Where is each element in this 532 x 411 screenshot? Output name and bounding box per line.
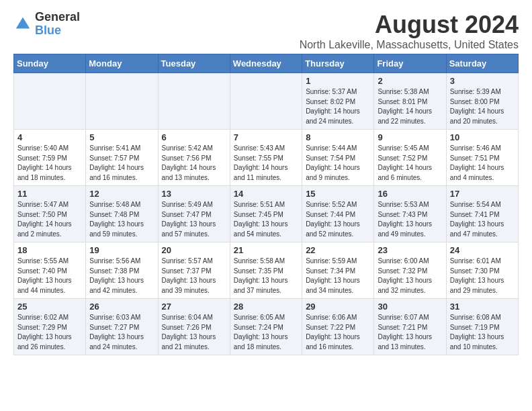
- cell-content: Sunrise: 5:44 AM Sunset: 7:54 PM Dayligh…: [306, 144, 370, 183]
- weekday-header-tuesday: Tuesday: [158, 54, 230, 73]
- calendar-cell: 23Sunrise: 6:00 AM Sunset: 7:32 PM Dayli…: [374, 242, 446, 299]
- day-number: 29: [306, 302, 370, 312]
- calendar-cell: 5Sunrise: 5:41 AM Sunset: 7:57 PM Daylig…: [86, 130, 158, 186]
- calendar-cell: 26Sunrise: 6:03 AM Sunset: 7:27 PM Dayli…: [86, 299, 158, 355]
- calendar-cell: 30Sunrise: 6:07 AM Sunset: 7:21 PM Dayli…: [374, 299, 446, 355]
- day-number: 6: [162, 132, 226, 142]
- calendar-week-5: 25Sunrise: 6:02 AM Sunset: 7:29 PM Dayli…: [14, 299, 519, 355]
- cell-content: Sunrise: 5:48 AM Sunset: 7:48 PM Dayligh…: [89, 200, 154, 239]
- calendar-cell: 31Sunrise: 6:08 AM Sunset: 7:19 PM Dayli…: [446, 299, 518, 355]
- day-number: 30: [378, 302, 442, 312]
- cell-content: Sunrise: 6:02 AM Sunset: 7:29 PM Dayligh…: [17, 313, 82, 352]
- cell-content: Sunrise: 5:57 AM Sunset: 7:37 PM Dayligh…: [162, 257, 226, 295]
- calendar-cell: 22Sunrise: 5:59 AM Sunset: 7:34 PM Dayli…: [302, 242, 374, 299]
- cell-content: Sunrise: 5:45 AM Sunset: 7:52 PM Dayligh…: [378, 144, 442, 183]
- calendar-cell: 28Sunrise: 6:05 AM Sunset: 7:24 PM Dayli…: [230, 299, 302, 355]
- calendar-cell: 21Sunrise: 5:58 AM Sunset: 7:35 PM Dayli…: [230, 242, 302, 299]
- cell-content: Sunrise: 6:07 AM Sunset: 7:21 PM Dayligh…: [378, 313, 442, 352]
- calendar-cell: 4Sunrise: 5:40 AM Sunset: 7:59 PM Daylig…: [14, 130, 86, 186]
- cell-content: Sunrise: 5:40 AM Sunset: 7:59 PM Dayligh…: [17, 144, 82, 183]
- day-number: 23: [378, 245, 442, 255]
- cell-content: Sunrise: 5:59 AM Sunset: 7:34 PM Dayligh…: [306, 257, 370, 295]
- calendar-cell: 10Sunrise: 5:46 AM Sunset: 7:51 PM Dayli…: [446, 130, 518, 186]
- cell-content: Sunrise: 5:42 AM Sunset: 7:56 PM Dayligh…: [162, 144, 226, 183]
- cell-content: Sunrise: 6:05 AM Sunset: 7:24 PM Dayligh…: [234, 313, 298, 352]
- calendar-cell: [230, 73, 302, 130]
- calendar-cell: 1Sunrise: 5:37 AM Sunset: 8:02 PM Daylig…: [302, 73, 374, 130]
- weekday-header-sunday: Sunday: [14, 54, 86, 73]
- day-number: 16: [378, 189, 442, 199]
- calendar-cell: 29Sunrise: 6:06 AM Sunset: 7:22 PM Dayli…: [302, 299, 374, 355]
- day-number: 3: [450, 76, 515, 86]
- cell-content: Sunrise: 5:55 AM Sunset: 7:40 PM Dayligh…: [17, 257, 82, 295]
- title-area: August 2024 North Lakeville, Massachuset…: [300, 11, 519, 51]
- calendar-table: SundayMondayTuesdayWednesdayThursdayFrid…: [13, 54, 519, 355]
- cell-content: Sunrise: 5:37 AM Sunset: 8:02 PM Dayligh…: [306, 87, 370, 126]
- cell-content: Sunrise: 5:41 AM Sunset: 7:57 PM Dayligh…: [89, 144, 154, 183]
- cell-content: Sunrise: 5:56 AM Sunset: 7:38 PM Dayligh…: [89, 257, 154, 295]
- calendar-cell: 19Sunrise: 5:56 AM Sunset: 7:38 PM Dayli…: [86, 242, 158, 299]
- day-number: 13: [162, 189, 226, 199]
- svg-marker-0: [16, 17, 30, 29]
- cell-content: Sunrise: 6:04 AM Sunset: 7:26 PM Dayligh…: [162, 313, 226, 352]
- cell-content: Sunrise: 6:03 AM Sunset: 7:27 PM Dayligh…: [89, 313, 154, 352]
- day-number: 20: [162, 245, 226, 255]
- cell-content: Sunrise: 5:58 AM Sunset: 7:35 PM Dayligh…: [234, 257, 298, 295]
- calendar-cell: 13Sunrise: 5:49 AM Sunset: 7:47 PM Dayli…: [158, 186, 230, 242]
- calendar-cell: 24Sunrise: 6:01 AM Sunset: 7:30 PM Dayli…: [446, 242, 518, 299]
- cell-content: Sunrise: 5:46 AM Sunset: 7:51 PM Dayligh…: [450, 144, 515, 183]
- day-number: 14: [234, 189, 298, 199]
- day-number: 25: [17, 302, 82, 312]
- month-title: August 2024: [300, 11, 519, 39]
- calendar-cell: 12Sunrise: 5:48 AM Sunset: 7:48 PM Dayli…: [86, 186, 158, 242]
- day-number: 12: [89, 189, 154, 199]
- calendar-cell: 3Sunrise: 5:39 AM Sunset: 8:00 PM Daylig…: [446, 73, 518, 130]
- day-number: 18: [17, 245, 82, 255]
- day-number: 22: [306, 245, 370, 255]
- calendar-cell: 8Sunrise: 5:44 AM Sunset: 7:54 PM Daylig…: [302, 130, 374, 186]
- cell-content: Sunrise: 5:47 AM Sunset: 7:50 PM Dayligh…: [17, 200, 82, 239]
- day-number: 11: [17, 189, 82, 199]
- cell-content: Sunrise: 6:06 AM Sunset: 7:22 PM Dayligh…: [306, 313, 370, 352]
- calendar-cell: 17Sunrise: 5:54 AM Sunset: 7:41 PM Dayli…: [446, 186, 518, 242]
- calendar-cell: 16Sunrise: 5:53 AM Sunset: 7:43 PM Dayli…: [374, 186, 446, 242]
- calendar-cell: 2Sunrise: 5:38 AM Sunset: 8:01 PM Daylig…: [374, 73, 446, 130]
- day-number: 17: [450, 189, 515, 199]
- calendar-cell: 11Sunrise: 5:47 AM Sunset: 7:50 PM Dayli…: [14, 186, 86, 242]
- day-number: 1: [306, 76, 370, 86]
- calendar-cell: 20Sunrise: 5:57 AM Sunset: 7:37 PM Dayli…: [158, 242, 230, 299]
- calendar-cell: 14Sunrise: 5:51 AM Sunset: 7:45 PM Dayli…: [230, 186, 302, 242]
- logo-general-text: General: [35, 11, 80, 24]
- day-number: 10: [450, 132, 515, 142]
- cell-content: Sunrise: 6:01 AM Sunset: 7:30 PM Dayligh…: [450, 257, 515, 295]
- calendar-week-4: 18Sunrise: 5:55 AM Sunset: 7:40 PM Dayli…: [14, 242, 519, 299]
- calendar-cell: [14, 73, 86, 130]
- day-number: 31: [450, 302, 515, 312]
- logo: General Blue: [13, 11, 80, 38]
- logo-icon: [13, 15, 32, 34]
- day-number: 8: [306, 132, 370, 142]
- calendar-cell: 9Sunrise: 5:45 AM Sunset: 7:52 PM Daylig…: [374, 130, 446, 186]
- header: General Blue August 2024 North Lakeville…: [13, 11, 519, 51]
- cell-content: Sunrise: 6:00 AM Sunset: 7:32 PM Dayligh…: [378, 257, 442, 295]
- calendar-cell: 27Sunrise: 6:04 AM Sunset: 7:26 PM Dayli…: [158, 299, 230, 355]
- cell-content: Sunrise: 5:38 AM Sunset: 8:01 PM Dayligh…: [378, 87, 442, 126]
- logo-blue-text: Blue: [35, 24, 80, 38]
- cell-content: Sunrise: 5:43 AM Sunset: 7:55 PM Dayligh…: [234, 144, 298, 183]
- day-number: 27: [162, 302, 226, 312]
- day-number: 5: [89, 132, 154, 142]
- calendar-cell: 18Sunrise: 5:55 AM Sunset: 7:40 PM Dayli…: [14, 242, 86, 299]
- calendar-cell: [86, 73, 158, 130]
- calendar-cell: 7Sunrise: 5:43 AM Sunset: 7:55 PM Daylig…: [230, 130, 302, 186]
- calendar-cell: 6Sunrise: 5:42 AM Sunset: 7:56 PM Daylig…: [158, 130, 230, 186]
- cell-content: Sunrise: 5:49 AM Sunset: 7:47 PM Dayligh…: [162, 200, 226, 239]
- day-number: 4: [17, 132, 82, 142]
- cell-content: Sunrise: 5:53 AM Sunset: 7:43 PM Dayligh…: [378, 200, 442, 239]
- cell-content: Sunrise: 5:52 AM Sunset: 7:44 PM Dayligh…: [306, 200, 370, 239]
- day-number: 2: [378, 76, 442, 86]
- calendar-cell: 25Sunrise: 6:02 AM Sunset: 7:29 PM Dayli…: [14, 299, 86, 355]
- calendar-cell: [158, 73, 230, 130]
- calendar-week-1: 1Sunrise: 5:37 AM Sunset: 8:02 PM Daylig…: [14, 73, 519, 130]
- weekday-header-row: SundayMondayTuesdayWednesdayThursdayFrid…: [14, 54, 519, 73]
- weekday-header-friday: Friday: [374, 54, 446, 73]
